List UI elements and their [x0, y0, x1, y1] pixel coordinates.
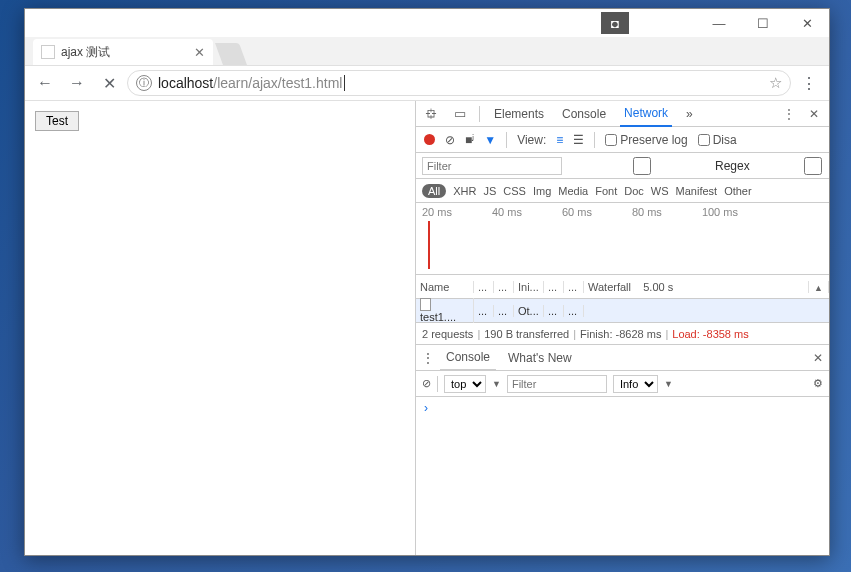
tick: 80 ms [632, 206, 662, 218]
separator [506, 132, 507, 148]
col[interactable]: ... [494, 281, 514, 293]
filter-icon[interactable]: ▼ [484, 133, 496, 147]
tick: 40 ms [492, 206, 522, 218]
file-icon [420, 298, 431, 311]
col[interactable]: ... [564, 281, 584, 293]
close-drawer-button[interactable]: ✕ [813, 351, 823, 365]
cell: ... [544, 305, 564, 317]
settings-icon[interactable]: ⚙ [813, 377, 823, 390]
clear-button[interactable]: ⊘ [445, 133, 455, 147]
disable-cache-checkbox[interactable]: Disa [698, 133, 737, 147]
stop-button[interactable]: ✕ [95, 69, 123, 97]
cell: ... [564, 305, 584, 317]
type-img[interactable]: Img [533, 185, 551, 197]
col[interactable]: ... [544, 281, 564, 293]
devtools-panel: ⯐ ▭ Elements Console Network » ⋮ ✕ ⊘ ■ʲ … [415, 101, 829, 555]
console-prompt: › [424, 401, 428, 415]
timeline-overview[interactable]: 20 ms 40 ms 60 ms 80 ms 100 ms [416, 203, 829, 275]
browser-window: ◘ — ☐ ✕ ajax 测试 ✕ ← → ✕ ⓘ localhost/lear… [24, 8, 830, 556]
network-summary: 2 requests| 190 B transferred| Finish: -… [416, 323, 829, 345]
large-view-icon[interactable]: ☰ [573, 133, 584, 147]
type-doc[interactable]: Doc [624, 185, 644, 197]
tab-title: ajax 测试 [61, 44, 110, 61]
type-media[interactable]: Media [558, 185, 588, 197]
tab-strip: ajax 测试 ✕ [25, 37, 829, 65]
type-xhr[interactable]: XHR [453, 185, 476, 197]
cell-initiator: Ot... [514, 305, 544, 317]
context-select[interactable]: top [444, 375, 486, 393]
window-titlebar: ◘ — ☐ ✕ [25, 9, 829, 37]
minimize-button[interactable]: — [697, 9, 741, 37]
site-info-icon[interactable]: ⓘ [136, 75, 152, 91]
bookmark-icon[interactable]: ☆ [769, 74, 782, 92]
separator [594, 132, 595, 148]
inspect-icon[interactable]: ⯐ [422, 106, 441, 121]
cell: ... [474, 305, 494, 317]
record-button[interactable] [424, 134, 435, 145]
regex-checkbox[interactable]: Regex [572, 157, 750, 175]
test-button[interactable]: Test [35, 111, 79, 131]
summary-requests: 2 requests [422, 328, 473, 340]
tab-overflow[interactable]: » [682, 101, 697, 127]
separator [437, 376, 438, 392]
devtools-menu-button[interactable]: ⋮ [783, 107, 795, 121]
close-tab-button[interactable]: ✕ [194, 45, 205, 60]
request-row[interactable]: test1.... ... ... Ot... ... ... [416, 299, 829, 323]
col[interactable]: ... [474, 281, 494, 293]
col-initiator[interactable]: Ini... [514, 281, 544, 293]
col-name[interactable]: Name [416, 281, 474, 293]
camera-icon[interactable]: ■ʲ [465, 133, 474, 147]
col-waterfall[interactable]: Waterfall 5.00 s [584, 281, 809, 293]
devtools-tabs: ⯐ ▭ Elements Console Network » ⋮ ✕ [416, 101, 829, 127]
address-bar: ← → ✕ ⓘ localhost/learn/ajax/test1.html … [25, 65, 829, 101]
level-select[interactable]: Info [613, 375, 658, 393]
dropdown-icon: ▼ [664, 379, 673, 389]
view-label: View: [517, 133, 546, 147]
console-body[interactable]: › [416, 397, 829, 555]
maximize-button[interactable]: ☐ [741, 9, 785, 37]
menu-button[interactable]: ⋮ [795, 69, 823, 97]
network-toolbar: ⊘ ■ʲ ▼ View: ≡ ☰ Preserve log Disa [416, 127, 829, 153]
forward-button[interactable]: → [63, 69, 91, 97]
console-filter-input[interactable] [507, 375, 607, 393]
list-view-icon[interactable]: ≡ [556, 133, 563, 147]
type-all[interactable]: All [422, 184, 446, 198]
back-button[interactable]: ← [31, 69, 59, 97]
filter-input[interactable] [422, 157, 562, 175]
url-host: localhost [158, 75, 213, 91]
drawer-tab-whatsnew[interactable]: What's New [502, 345, 578, 371]
content-area: Test ⯐ ▭ Elements Console Network » ⋮ ✕ … [25, 101, 829, 555]
sort-icon[interactable]: ▲ [809, 281, 829, 293]
browser-tab[interactable]: ajax 测试 ✕ [33, 39, 213, 65]
tick: 60 ms [562, 206, 592, 218]
user-icon[interactable]: ◘ [601, 12, 629, 34]
summary-transferred: 190 B transferred [484, 328, 569, 340]
text-cursor [344, 75, 345, 91]
request-name: test1.... [416, 298, 474, 324]
web-page: Test [25, 101, 415, 555]
close-window-button[interactable]: ✕ [785, 9, 829, 37]
type-ws[interactable]: WS [651, 185, 669, 197]
tab-console[interactable]: Console [558, 101, 610, 127]
tab-elements[interactable]: Elements [490, 101, 548, 127]
separator [479, 106, 480, 122]
close-devtools-button[interactable]: ✕ [805, 107, 823, 121]
tab-network[interactable]: Network [620, 101, 672, 127]
tick: 20 ms [422, 206, 452, 218]
preserve-log-checkbox[interactable]: Preserve log [605, 133, 687, 147]
type-js[interactable]: JS [483, 185, 496, 197]
load-marker [428, 221, 430, 269]
drawer-tab-console[interactable]: Console [440, 345, 496, 371]
type-manifest[interactable]: Manifest [676, 185, 718, 197]
hide-urls-checkbox[interactable]: Hide data URLs [760, 152, 829, 180]
new-tab-button[interactable] [215, 43, 247, 65]
clear-console-button[interactable]: ⊘ [422, 377, 431, 390]
url-field[interactable]: ⓘ localhost/learn/ajax/test1.html ☆ [127, 70, 791, 96]
type-css[interactable]: CSS [503, 185, 526, 197]
type-other[interactable]: Other [724, 185, 752, 197]
type-font[interactable]: Font [595, 185, 617, 197]
device-icon[interactable]: ▭ [451, 106, 469, 121]
drawer-menu-button[interactable]: ⋮ [422, 351, 434, 365]
tick: 100 ms [702, 206, 738, 218]
dropdown-icon: ▼ [492, 379, 501, 389]
